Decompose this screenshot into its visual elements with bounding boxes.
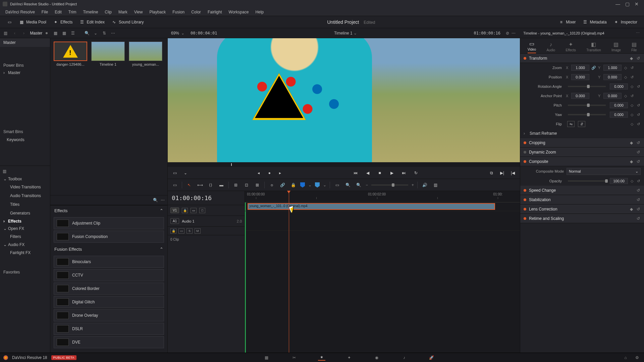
rotation-input[interactable]: 0.000 — [610, 83, 628, 89]
a1-auto-select-icon[interactable]: ▭ — [178, 228, 184, 234]
range-icon[interactable]: ▭ — [333, 181, 341, 189]
viewer-title-chevron-icon[interactable]: ⌄ — [354, 31, 357, 36]
viewer-more-icon[interactable]: ⋯ — [511, 30, 517, 36]
page-color-icon[interactable]: ◉ — [373, 355, 380, 361]
metadata-button[interactable]: ☰Metadata — [579, 18, 610, 26]
fullscreen-toggle[interactable]: ▭ — [3, 18, 15, 26]
thumb-view-small-icon[interactable]: ▦ — [61, 30, 67, 36]
opacity-input[interactable]: 100.00 — [610, 178, 628, 184]
tab-audio[interactable]: ♪Audio — [546, 42, 555, 53]
speed-change-header[interactable]: Speed Change↺ — [520, 186, 644, 195]
viewer-mode-chevron-icon[interactable]: ⌄ — [182, 169, 189, 177]
bypass-icon[interactable]: ⊘ — [504, 30, 511, 36]
reset-icon[interactable]: ↺ — [630, 66, 634, 70]
yaw-slider[interactable] — [568, 114, 606, 115]
zoom-slider[interactable] — [371, 184, 408, 186]
effect-fusion-composition[interactable]: Fusion Composition — [54, 231, 164, 243]
snap-icon[interactable]: ⌾ — [268, 181, 275, 189]
tab-transition[interactable]: ◧Transition — [586, 41, 601, 53]
v1-auto-select-icon[interactable]: ▭ — [191, 208, 197, 213]
pitch-slider[interactable] — [568, 105, 606, 106]
menu-color[interactable]: Color — [188, 10, 204, 14]
toolbox-generators[interactable]: Generators — [0, 209, 50, 218]
reset-icon[interactable]: ↺ — [630, 94, 634, 98]
keyframe-icon[interactable]: ◇ — [630, 179, 634, 183]
menu-workspace[interactable]: Workspace — [225, 10, 252, 14]
prev-edit-icon[interactable]: ◂ — [255, 169, 262, 177]
timeline-timecode[interactable]: 01:00:00:16 — [168, 191, 245, 205]
composite-mode-select[interactable]: Normal⌄ — [567, 168, 641, 175]
effect-binoculars[interactable]: Binoculars — [54, 256, 164, 268]
window-maximize[interactable]: ▢ — [623, 1, 632, 7]
keyframe-icon[interactable]: ◇ — [630, 113, 634, 117]
keyframe-icon[interactable]: ◇ — [630, 84, 634, 89]
home-icon[interactable]: ⌂ — [622, 355, 629, 361]
more-icon[interactable]: ⋯ — [110, 30, 116, 36]
arrow-tool-icon[interactable]: ↖ — [185, 181, 193, 189]
composite-header[interactable]: Composite◆↺ — [520, 157, 644, 166]
next-edit-icon[interactable]: ▸ — [276, 169, 284, 177]
retime-scaling-header[interactable]: Retime and Scaling↺ — [520, 214, 644, 223]
zoom-x-input[interactable]: 1.000 — [571, 65, 589, 71]
stabilization-header[interactable]: Stabilization↺ — [520, 195, 644, 204]
v1-track[interactable]: young_woman_-_101..0 (Original).mp4 — [245, 202, 520, 211]
viewer-mode-icon[interactable]: ▭ — [171, 169, 178, 177]
next-marker-icon[interactable]: ▶| — [498, 169, 506, 177]
inspector-button[interactable]: ✶Inspector — [610, 18, 641, 26]
audio-icon[interactable]: 🔊 — [421, 181, 428, 189]
menu-app[interactable]: DaVinci Resolve — [2, 10, 38, 14]
blade-tool-icon[interactable]: ▬ — [218, 181, 225, 189]
menu-timeline[interactable]: Timeline — [79, 10, 101, 14]
link-icon[interactable]: 🔗 — [279, 181, 286, 189]
reset-icon[interactable]: ↺ — [636, 122, 641, 126]
reset-icon[interactable]: ↺ — [636, 179, 641, 183]
tab-effects[interactable]: ✦Effects — [566, 41, 576, 53]
effects-node[interactable]: ›Effects — [0, 218, 50, 225]
page-edit-icon[interactable]: ✶ — [318, 355, 325, 361]
keyframe-icon[interactable]: ◆ — [629, 140, 633, 145]
zoom-chevron-icon[interactable]: ⌄ — [181, 31, 184, 36]
effects-button[interactable]: ✦Effects — [50, 18, 76, 26]
page-cut-icon[interactable]: ✂ — [290, 355, 298, 361]
anchor-y-input[interactable]: 0.000 — [603, 93, 622, 99]
zoom-reset-icon[interactable]: 🔍 — [355, 181, 362, 189]
reset-icon[interactable]: ↺ — [636, 197, 641, 202]
favorites-header[interactable]: Favorites — [0, 267, 50, 276]
lock-icon[interactable]: 🔒 — [289, 181, 297, 189]
viewer-title[interactable]: Timeline 1 — [334, 31, 353, 36]
smart-bins-header[interactable]: Smart Bins — [0, 127, 50, 135]
settings-icon[interactable]: ⚙ — [633, 355, 641, 361]
timeline-tracks[interactable]: 01:00:00:00 01:00:02:00 01:00: young_wom… — [245, 191, 520, 353]
chevron-left-icon[interactable]: ‹ — [12, 30, 17, 36]
page-media-icon[interactable]: ▦ — [263, 355, 270, 361]
menu-clip[interactable]: Clip — [101, 10, 115, 14]
reset-icon[interactable]: ↺ — [636, 216, 641, 221]
menu-file[interactable]: File — [38, 10, 51, 14]
toolbox-titles[interactable]: Titles — [0, 200, 50, 209]
marker-chevron-icon[interactable]: ⌄ — [323, 183, 326, 187]
timeline-view-icon[interactable]: ▭ — [171, 181, 178, 189]
toolbox-video-transitions[interactable]: Video Transitions — [0, 183, 50, 191]
smart-bin-keywords[interactable]: Keywords — [0, 135, 50, 144]
timeline-options-icon[interactable]: ▥ — [432, 181, 439, 189]
reset-icon[interactable]: ↺ — [636, 150, 641, 155]
keyframe-icon[interactable]: ◇ — [624, 75, 628, 79]
a1-lock-icon[interactable]: 🔒 — [170, 228, 176, 234]
fusion-effects-group-header[interactable]: Fusion Effects⌃ — [50, 244, 167, 254]
toolbox-audio-transitions[interactable]: Audio Transitions — [0, 191, 50, 200]
page-fairlight-icon[interactable]: ♪ — [400, 355, 408, 361]
opacity-slider[interactable] — [568, 180, 606, 182]
reset-icon[interactable]: ↺ — [630, 75, 634, 79]
rotation-slider[interactable] — [568, 86, 606, 87]
viewer-scrubber[interactable] — [168, 162, 520, 167]
effect-drone-overlay[interactable]: Drone Overlay — [54, 309, 164, 321]
search-icon[interactable]: 🔍 — [153, 198, 158, 202]
pos-y-input[interactable]: 0.000 — [603, 74, 622, 80]
tab-video[interactable]: ▭Video — [528, 41, 536, 53]
search-icon[interactable]: 🔍 — [84, 30, 90, 36]
a1-mute-button[interactable]: M — [195, 228, 201, 234]
thumb-danger[interactable]: danger-129486... — [54, 42, 87, 66]
anchor-x-input[interactable]: 0.000 — [571, 93, 589, 99]
window-minimize[interactable]: — — [613, 1, 623, 7]
window-close[interactable]: ✕ — [632, 1, 641, 7]
